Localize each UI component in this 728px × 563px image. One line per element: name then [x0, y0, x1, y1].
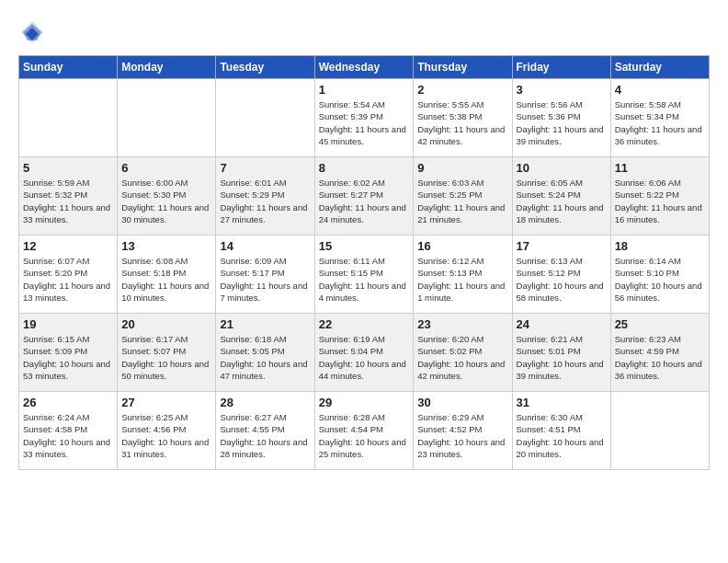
- day-info: Sunrise: 6:19 AM Sunset: 5:04 PM Dayligh…: [319, 333, 410, 382]
- day-number: 16: [417, 239, 507, 253]
- day-number: 15: [319, 239, 410, 253]
- day-info: Sunrise: 6:17 AM Sunset: 5:07 PM Dayligh…: [121, 333, 211, 382]
- calendar-cell: 13Sunrise: 6:08 AM Sunset: 5:18 PM Dayli…: [118, 236, 216, 314]
- calendar-cell: [216, 79, 314, 157]
- day-info: Sunrise: 5:59 AM Sunset: 5:32 PM Dayligh…: [23, 177, 113, 225]
- day-info: Sunrise: 6:29 AM Sunset: 4:52 PM Dayligh…: [417, 411, 507, 460]
- day-number: 6: [121, 161, 211, 175]
- day-info: Sunrise: 6:30 AM Sunset: 4:51 PM Dayligh…: [517, 411, 607, 460]
- day-number: 5: [23, 161, 113, 175]
- day-info: Sunrise: 6:15 AM Sunset: 5:09 PM Dayligh…: [23, 333, 113, 382]
- day-number: 1: [319, 83, 410, 97]
- day-number: 23: [417, 317, 507, 331]
- column-header-thursday: Thursday: [414, 56, 512, 79]
- day-info: Sunrise: 6:11 AM Sunset: 5:15 PM Dayligh…: [319, 255, 410, 304]
- day-info: Sunrise: 6:25 AM Sunset: 4:56 PM Dayligh…: [121, 411, 211, 460]
- calendar-cell: 19Sunrise: 6:15 AM Sunset: 5:09 PM Dayli…: [19, 314, 118, 392]
- day-info: Sunrise: 6:06 AM Sunset: 5:22 PM Dayligh…: [615, 177, 705, 225]
- day-info: Sunrise: 6:12 AM Sunset: 5:13 PM Dayligh…: [417, 255, 507, 304]
- calendar-cell: 3Sunrise: 5:56 AM Sunset: 5:36 PM Daylig…: [512, 79, 610, 157]
- day-info: Sunrise: 6:09 AM Sunset: 5:17 PM Dayligh…: [220, 255, 310, 304]
- day-number: 22: [319, 317, 410, 331]
- day-info: Sunrise: 6:02 AM Sunset: 5:27 PM Dayligh…: [319, 177, 410, 225]
- day-number: 2: [417, 83, 507, 97]
- day-info: Sunrise: 6:08 AM Sunset: 5:18 PM Dayligh…: [121, 255, 211, 304]
- calendar-cell: 16Sunrise: 6:12 AM Sunset: 5:13 PM Dayli…: [414, 236, 512, 314]
- calendar-cell: 27Sunrise: 6:25 AM Sunset: 4:56 PM Dayli…: [118, 392, 216, 470]
- calendar-cell: [118, 79, 216, 157]
- calendar-cell: 14Sunrise: 6:09 AM Sunset: 5:17 PM Dayli…: [216, 236, 314, 314]
- day-number: 14: [220, 239, 310, 253]
- column-header-wednesday: Wednesday: [314, 56, 414, 79]
- day-number: 10: [517, 161, 607, 175]
- day-number: 8: [319, 161, 410, 175]
- day-info: Sunrise: 6:03 AM Sunset: 5:25 PM Dayligh…: [417, 177, 507, 225]
- day-info: Sunrise: 6:24 AM Sunset: 4:58 PM Dayligh…: [23, 411, 113, 460]
- calendar-cell: 30Sunrise: 6:29 AM Sunset: 4:52 PM Dayli…: [414, 392, 512, 470]
- calendar-cell: 26Sunrise: 6:24 AM Sunset: 4:58 PM Dayli…: [19, 392, 118, 470]
- day-number: 11: [615, 161, 705, 175]
- week-row-4: 19Sunrise: 6:15 AM Sunset: 5:09 PM Dayli…: [19, 314, 710, 392]
- day-number: 25: [615, 317, 705, 331]
- calendar-cell: 20Sunrise: 6:17 AM Sunset: 5:07 PM Dayli…: [118, 314, 216, 392]
- calendar-cell: 25Sunrise: 6:23 AM Sunset: 4:59 PM Dayli…: [610, 314, 709, 392]
- day-number: 21: [220, 317, 310, 331]
- calendar-cell: 11Sunrise: 6:06 AM Sunset: 5:22 PM Dayli…: [610, 157, 709, 236]
- day-info: Sunrise: 6:28 AM Sunset: 4:54 PM Dayligh…: [319, 411, 410, 460]
- calendar-cell: 2Sunrise: 5:55 AM Sunset: 5:38 PM Daylig…: [414, 79, 512, 157]
- day-info: Sunrise: 6:01 AM Sunset: 5:29 PM Dayligh…: [220, 177, 310, 225]
- day-info: Sunrise: 6:23 AM Sunset: 4:59 PM Dayligh…: [615, 333, 705, 382]
- day-info: Sunrise: 6:14 AM Sunset: 5:10 PM Dayligh…: [615, 255, 705, 304]
- day-info: Sunrise: 5:54 AM Sunset: 5:39 PM Dayligh…: [319, 98, 410, 147]
- calendar-cell: 15Sunrise: 6:11 AM Sunset: 5:15 PM Dayli…: [314, 236, 414, 314]
- week-row-5: 26Sunrise: 6:24 AM Sunset: 4:58 PM Dayli…: [19, 392, 710, 470]
- calendar-cell: 8Sunrise: 6:02 AM Sunset: 5:27 PM Daylig…: [314, 157, 414, 236]
- column-header-monday: Monday: [118, 56, 216, 79]
- week-row-2: 5Sunrise: 5:59 AM Sunset: 5:32 PM Daylig…: [19, 157, 710, 236]
- day-info: Sunrise: 6:05 AM Sunset: 5:24 PM Dayligh…: [517, 177, 607, 225]
- calendar-cell: 23Sunrise: 6:20 AM Sunset: 5:02 PM Dayli…: [414, 314, 512, 392]
- week-row-1: 1Sunrise: 5:54 AM Sunset: 5:39 PM Daylig…: [19, 79, 710, 157]
- day-number: 27: [121, 396, 211, 409]
- day-number: 24: [517, 317, 607, 331]
- column-header-sunday: Sunday: [19, 56, 118, 79]
- day-info: Sunrise: 6:21 AM Sunset: 5:01 PM Dayligh…: [517, 333, 607, 382]
- day-number: 18: [615, 239, 705, 253]
- day-number: 13: [121, 239, 211, 253]
- day-number: 31: [517, 396, 607, 409]
- calendar-cell: 29Sunrise: 6:28 AM Sunset: 4:54 PM Dayli…: [314, 392, 414, 470]
- calendar-cell: 4Sunrise: 5:58 AM Sunset: 5:34 PM Daylig…: [610, 79, 709, 157]
- column-header-saturday: Saturday: [610, 56, 709, 79]
- day-number: 19: [23, 317, 113, 331]
- calendar-cell: 24Sunrise: 6:21 AM Sunset: 5:01 PM Dayli…: [512, 314, 610, 392]
- day-number: 12: [23, 239, 113, 253]
- day-number: 7: [220, 161, 310, 175]
- calendar-cell: 12Sunrise: 6:07 AM Sunset: 5:20 PM Dayli…: [19, 236, 118, 314]
- calendar-header-row: SundayMondayTuesdayWednesdayThursdayFrid…: [19, 56, 710, 79]
- calendar-cell: [610, 392, 709, 470]
- calendar-cell: [19, 79, 118, 157]
- page-header: [18, 18, 710, 46]
- day-info: Sunrise: 6:07 AM Sunset: 5:20 PM Dayligh…: [23, 255, 113, 304]
- day-number: 30: [417, 396, 507, 409]
- day-number: 3: [517, 83, 607, 97]
- day-number: 29: [319, 396, 410, 409]
- day-info: Sunrise: 6:27 AM Sunset: 4:55 PM Dayligh…: [220, 411, 310, 460]
- day-info: Sunrise: 5:58 AM Sunset: 5:34 PM Dayligh…: [615, 98, 705, 147]
- day-number: 26: [23, 396, 113, 409]
- calendar-cell: 31Sunrise: 6:30 AM Sunset: 4:51 PM Dayli…: [512, 392, 610, 470]
- day-info: Sunrise: 5:55 AM Sunset: 5:38 PM Dayligh…: [417, 98, 507, 147]
- calendar-cell: 9Sunrise: 6:03 AM Sunset: 5:25 PM Daylig…: [414, 157, 512, 236]
- calendar-cell: 1Sunrise: 5:54 AM Sunset: 5:39 PM Daylig…: [314, 79, 414, 157]
- column-header-tuesday: Tuesday: [216, 56, 314, 79]
- day-info: Sunrise: 6:13 AM Sunset: 5:12 PM Dayligh…: [517, 255, 607, 304]
- calendar-table: SundayMondayTuesdayWednesdayThursdayFrid…: [18, 55, 710, 470]
- calendar-cell: 17Sunrise: 6:13 AM Sunset: 5:12 PM Dayli…: [512, 236, 610, 314]
- calendar-cell: 22Sunrise: 6:19 AM Sunset: 5:04 PM Dayli…: [314, 314, 414, 392]
- day-info: Sunrise: 6:18 AM Sunset: 5:05 PM Dayligh…: [220, 333, 310, 382]
- day-number: 20: [121, 317, 211, 331]
- day-number: 17: [517, 239, 607, 253]
- calendar-cell: 6Sunrise: 6:00 AM Sunset: 5:30 PM Daylig…: [118, 157, 216, 236]
- day-number: 28: [220, 396, 310, 409]
- day-number: 9: [417, 161, 507, 175]
